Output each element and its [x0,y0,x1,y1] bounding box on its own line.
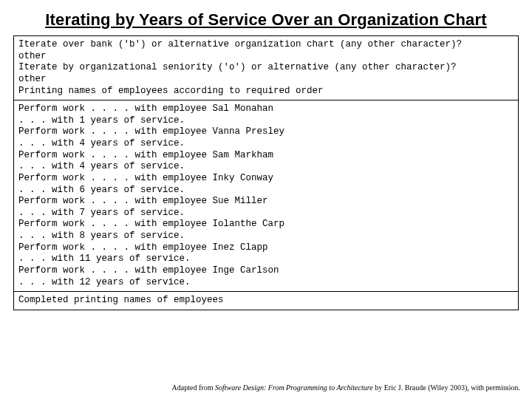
output-box: Iterate over bank ('b') or alternative o… [13,35,519,310]
employee-output-section: Perform work . . . . with employee Sal M… [14,100,518,291]
page-title: Iterating by Years of Service Over an Or… [13,10,519,30]
footer-prefix: Adapted from [172,383,215,392]
footer-book-title: Software Design: From Programming to Arc… [215,383,373,392]
prompt-section: Iterate over bank ('b') or alternative o… [14,36,518,100]
completion-section: Completed printing names of employees [14,292,518,310]
attribution-footer: Adapted from Software Design: From Progr… [172,383,520,392]
footer-suffix: by Eric J. Braude (Wiley 2003), with per… [373,383,520,392]
